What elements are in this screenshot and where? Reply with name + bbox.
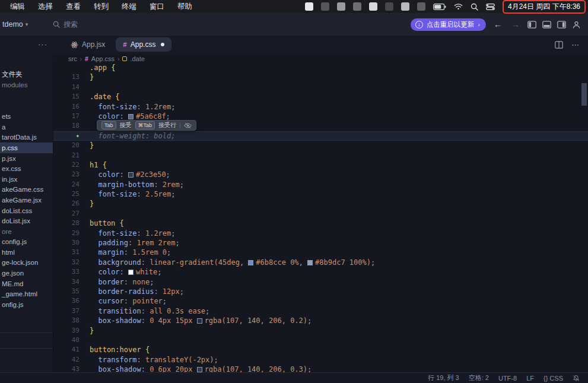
code-line[interactable]: 30 padding: 1rem 2rem; [53, 238, 588, 248]
workspace-switcher[interactable]: tdemo ▾ [0, 20, 28, 29]
cursor-position[interactable]: 行 19, 列 3 [428, 373, 459, 382]
file-item[interactable]: ore [0, 226, 53, 237]
tab-app.jsx[interactable]: App.jsx [63, 37, 112, 52]
language-mode[interactable]: {} CSS [543, 375, 563, 382]
line-number: 30 [53, 238, 80, 248]
code-line[interactable]: 29 font-size: 1.2rem; [53, 229, 588, 238]
toggle-sidebar-icon[interactable] [527, 21, 536, 29]
file-item[interactable]: akeGame.jsx [0, 195, 53, 205]
code-line[interactable]: 23 color: #2c3e50; [53, 170, 588, 179]
menu-item[interactable]: 转到 [87, 2, 115, 12]
split-editor-icon[interactable] [555, 41, 563, 49]
code-line[interactable]: 24 margin-bottom: 2rem; [53, 180, 588, 189]
file-item[interactable]: doList.jsx [0, 216, 53, 226]
menu-item[interactable]: 编辑 [4, 2, 31, 12]
window-thumbnail[interactable] [385, 2, 393, 11]
window-thumbnail[interactable] [337, 2, 345, 11]
file-item[interactable]: modules [0, 80, 53, 91]
code-line[interactable]: 32 background: linear-gradient(45deg, #6… [53, 258, 588, 267]
file-item[interactable]: config.js [0, 237, 53, 248]
search-icon[interactable] [471, 3, 478, 11]
window-thumbnail[interactable] [353, 2, 361, 11]
code-line[interactable]: 25 font-size: 2.5rem; [53, 189, 588, 199]
menu-item[interactable]: 选择 [31, 2, 59, 12]
hide-hint-icon[interactable] [184, 122, 192, 129]
collapsed-panel-divider[interactable] [0, 333, 53, 333]
account-icon[interactable] [572, 20, 581, 29]
indentation[interactable]: 空格: 2 [469, 373, 489, 382]
window-thumbnail[interactable] [321, 2, 329, 11]
eol-sequence[interactable]: LF [526, 375, 534, 382]
code-line[interactable]: 26} [53, 199, 588, 208]
code-line[interactable]: 21 [53, 151, 588, 160]
code-editor[interactable]: .app {13}1415.date {16 font-size: 1.2rem… [53, 64, 588, 372]
back-button[interactable]: ← [492, 20, 504, 29]
collapsed-panel-divider[interactable] [0, 348, 53, 349]
restart-update-button[interactable]: ↓ 点击重启以更新 › [411, 18, 486, 31]
menubar-clock[interactable]: 4月24日 周四 下午8:36 [508, 2, 580, 11]
code-line[interactable]: 27 [53, 209, 588, 219]
file-item[interactable]: _game.html [0, 289, 53, 299]
window-thumbnail[interactable] [401, 2, 409, 11]
battery-icon[interactable] [433, 4, 446, 10]
code-line[interactable]: 37 transition: all 0.3s ease; [53, 306, 588, 316]
file-item[interactable]: ge.json [0, 268, 53, 278]
window-thumbnail[interactable] [305, 2, 313, 11]
menu-item[interactable]: 终端 [115, 2, 143, 12]
sidebar-more-icon[interactable]: ··· [38, 40, 47, 49]
global-search[interactable]: 搜索 [53, 20, 78, 30]
menu-item[interactable]: 窗口 [143, 2, 171, 12]
more-actions-icon[interactable]: ⋯ [571, 40, 580, 49]
code-line[interactable]: 41button:hover { [53, 345, 588, 354]
window-thumbnail[interactable] [369, 2, 377, 11]
control-center-icon[interactable] [486, 4, 495, 10]
menu-item[interactable]: 帮助 [171, 2, 199, 12]
file-item[interactable]: 文件夹 [0, 69, 53, 80]
breadcrumb-item[interactable]: src [68, 55, 77, 62]
breadcrumb-item[interactable]: App.css [91, 55, 115, 62]
code-line[interactable]: 40 [53, 335, 588, 345]
code-line[interactable]: 42 transform: translateY(-2px); [53, 355, 588, 365]
code-line[interactable]: 35 border-radius: 12px; [53, 287, 588, 296]
code-line[interactable]: 20} [53, 141, 588, 150]
file-item[interactable]: ets [0, 111, 53, 122]
file-item[interactable]: ME.md [0, 278, 53, 289]
code-line[interactable]: 38 box-shadow: 0 4px 15px rgba(107, 140,… [53, 316, 588, 325]
file-item[interactable]: tarotData.js [0, 132, 53, 143]
file-item[interactable]: ex.css [0, 163, 53, 174]
file-item[interactable]: p.jsx [0, 153, 53, 164]
file-item[interactable]: p.css [0, 143, 53, 153]
file-item[interactable]: doList.css [0, 205, 53, 216]
encoding[interactable]: UTF-8 [498, 375, 517, 382]
code-line[interactable]: .app { [53, 64, 588, 72]
code-line[interactable]: 36 cursor: pointer; [53, 296, 588, 306]
code-line[interactable]: 43 box-shadow: 0 6px 20px rgba(107, 140,… [53, 365, 588, 372]
code-line[interactable]: 31 margin: 1.5rem 0; [53, 248, 588, 257]
wifi-icon[interactable] [454, 3, 463, 10]
breadcrumb-item[interactable]: .date [130, 55, 144, 62]
forward-button[interactable]: → [510, 20, 522, 29]
toggle-panel-icon[interactable] [542, 21, 551, 29]
file-item[interactable]: akeGame.css [0, 185, 53, 195]
file-item[interactable]: in.jsx [0, 174, 53, 185]
code-line[interactable]: 34 border: none; [53, 277, 588, 287]
editor-scrollbar[interactable] [581, 83, 587, 106]
code-line[interactable]: 22h1 { [53, 160, 588, 170]
notifications-icon[interactable] [573, 375, 580, 382]
code-line[interactable]: 15.date { [53, 92, 588, 102]
file-item[interactable]: onfig.js [0, 299, 53, 310]
code-line[interactable]: ✦ font-weight: bold; [53, 131, 588, 141]
code-line[interactable]: 13} [53, 72, 588, 82]
code-line[interactable]: 33 color: white; [53, 267, 588, 277]
file-item[interactable]: html [0, 247, 53, 258]
code-line[interactable]: 39} [53, 326, 588, 335]
file-item[interactable]: ge-lock.json [0, 258, 53, 268]
menu-item[interactable]: 查看 [59, 2, 87, 12]
window-thumbnail[interactable] [417, 2, 425, 11]
code-line[interactable]: 16 font-size: 1.2rem; [53, 102, 588, 112]
code-line[interactable]: 14 [53, 83, 588, 92]
toggle-secondary-sidebar-icon[interactable] [557, 21, 566, 29]
code-line[interactable]: 28button { [53, 219, 588, 228]
tab-app.css[interactable]: #App.css [116, 37, 171, 52]
file-item[interactable]: a [0, 122, 53, 132]
